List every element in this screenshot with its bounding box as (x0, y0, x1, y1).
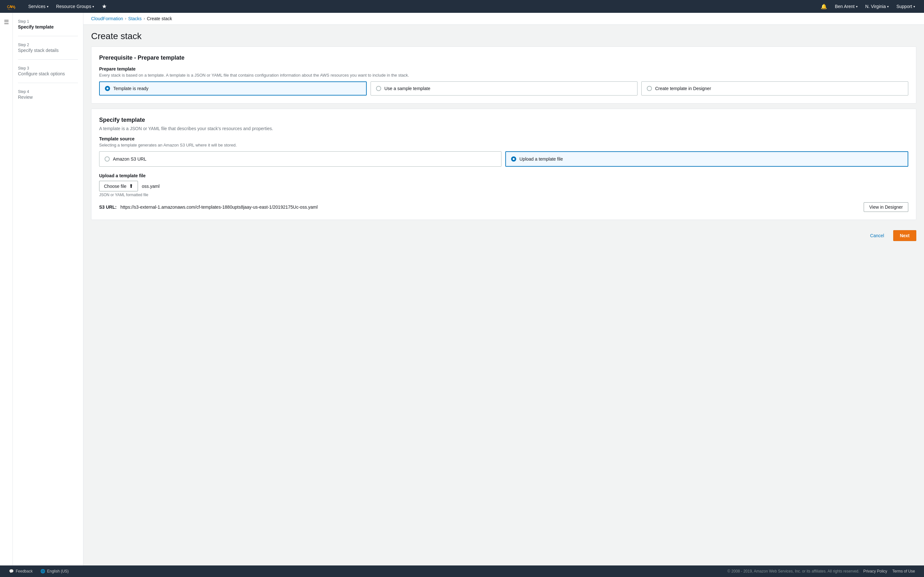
s3-url-prefix: S3 URL: (99, 205, 116, 210)
designer-template-label: Create template in Designer (655, 86, 711, 91)
upload-section: Upload a template file Choose file ⬆ oss… (99, 173, 908, 197)
page-title: Create stack (91, 31, 916, 41)
language-selector[interactable]: 🌐 English (US) (37, 566, 73, 577)
privacy-policy-link[interactable]: Privacy Policy (863, 569, 887, 574)
upload-file-radio[interactable] (511, 156, 516, 161)
steps-sidebar: Step 1 Specify template Step 2 Specify s… (13, 13, 83, 566)
file-format-hint: JSON or YAML formatted file (99, 193, 908, 197)
template-source-title: Template source (99, 136, 908, 141)
choose-file-button[interactable]: Choose file ⬆ (99, 181, 138, 191)
resource-groups-menu[interactable]: Resource Groups ▾ (52, 0, 98, 13)
prerequisite-title: Prerequisite - Prepare template (99, 55, 908, 61)
sidebar-toggle-button[interactable]: ☰ (2, 17, 11, 27)
template-ready-option[interactable]: Template is ready (99, 81, 367, 95)
step-4-name: Review (18, 95, 78, 100)
breadcrumb-stacks[interactable]: Stacks (128, 16, 142, 21)
breadcrumb-sep-1: › (125, 16, 126, 21)
step-2-name: Specify stack details (18, 48, 78, 53)
services-menu[interactable]: Services ▾ (24, 0, 52, 13)
terms-of-use-link[interactable]: Terms of Use (892, 569, 915, 574)
copyright-text: © 2008 - 2019, Amazon Web Services, Inc.… (724, 569, 863, 574)
breadcrumb: CloudFormation › Stacks › Create stack (83, 13, 924, 25)
breadcrumb-sep-2: › (144, 16, 145, 21)
template-source-desc: Selecting a template generates an Amazon… (99, 143, 908, 147)
user-chevron-icon: ▾ (856, 5, 858, 8)
bottom-bar: 💬 Feedback 🌐 English (US) © 2008 - 2019,… (0, 566, 924, 577)
upload-icon: ⬆ (129, 183, 133, 189)
prepare-template-options: Template is ready Use a sample template … (99, 81, 908, 95)
region-menu[interactable]: N. Virginia ▾ (861, 0, 893, 13)
support-chevron-icon: ▾ (913, 5, 915, 8)
upload-title: Upload a template file (99, 173, 908, 178)
step-4-label: Step 4 (18, 89, 78, 94)
sample-template-radio[interactable] (376, 86, 381, 91)
s3-url-option[interactable]: Amazon S3 URL (99, 151, 501, 167)
bottom-links: Privacy Policy Terms of Use (863, 569, 919, 574)
s3-url-row: S3 URL: https://s3-external-1.amazonaws.… (99, 202, 908, 212)
sample-template-label: Use a sample template (384, 86, 430, 91)
step-3-item: Step 3 Configure stack options (18, 66, 78, 83)
footer-actions: Cancel Next (83, 225, 924, 246)
prepare-template-title: Prepare template (99, 66, 908, 71)
template-ready-label: Template is ready (113, 86, 149, 91)
specify-template-desc: A template is a JSON or YAML file that d… (99, 126, 908, 131)
feedback-button[interactable]: 💬 Feedback (5, 566, 37, 577)
bookmarks-icon[interactable]: ★ (98, 0, 111, 13)
feedback-label: Feedback (16, 569, 33, 574)
step-4-item: Step 4 Review (18, 89, 78, 106)
cancel-button[interactable]: Cancel (865, 230, 889, 241)
s3-url-display: S3 URL: https://s3-external-1.amazonaws.… (99, 205, 318, 210)
template-source-options: Amazon S3 URL Upload a template file (99, 151, 908, 167)
prerequisite-card: Prerequisite - Prepare template Prepare … (91, 47, 916, 103)
language-label: English (US) (47, 569, 69, 574)
step-1-item: Step 1 Specify template (18, 19, 78, 36)
step-2-label: Step 2 (18, 43, 78, 47)
step-1-label: Step 1 (18, 19, 78, 24)
user-menu[interactable]: Ben Arent ▾ (831, 0, 861, 13)
s3-url-radio[interactable] (105, 156, 110, 161)
upload-row: Choose file ⬆ oss.yaml (99, 181, 908, 191)
upload-file-label: Upload a template file (519, 156, 563, 161)
resource-groups-chevron-icon: ▾ (92, 5, 94, 8)
breadcrumb-current: Create stack (147, 16, 172, 21)
globe-icon: 🌐 (40, 569, 45, 574)
specify-template-card: Specify template A template is a JSON or… (91, 109, 916, 220)
s3-url-value: https://s3-external-1.amazonaws.com/cf-t… (120, 205, 318, 210)
choose-file-label: Choose file (104, 184, 126, 189)
s3-url-label: Amazon S3 URL (113, 156, 146, 161)
aws-logo[interactable] (5, 3, 18, 10)
next-button[interactable]: Next (893, 230, 916, 241)
upload-file-option[interactable]: Upload a template file (505, 151, 908, 167)
sidebar-toggle-bar: ☰ (0, 13, 13, 566)
sample-template-option[interactable]: Use a sample template (371, 81, 638, 95)
step-3-name: Configure stack options (18, 71, 78, 76)
prepare-template-desc: Every stack is based on a template. A te… (99, 73, 908, 77)
support-menu[interactable]: Support ▾ (893, 0, 919, 13)
notifications-icon[interactable]: 🔔 (817, 0, 831, 13)
top-navigation: Services ▾ Resource Groups ▾ ★ 🔔 Ben Are… (0, 0, 924, 13)
breadcrumb-cloudformation[interactable]: CloudFormation (91, 16, 123, 21)
designer-template-radio[interactable] (647, 86, 652, 91)
services-chevron-icon: ▾ (47, 5, 48, 8)
template-ready-radio[interactable] (105, 86, 110, 91)
step-1-name: Specify template (18, 24, 78, 29)
specify-template-title: Specify template (99, 117, 908, 123)
step-3-label: Step 3 (18, 66, 78, 71)
region-chevron-icon: ▾ (887, 5, 889, 8)
view-in-designer-button[interactable]: View in Designer (864, 202, 908, 212)
chat-icon: 💬 (9, 569, 14, 574)
selected-file-name: oss.yaml (142, 184, 160, 189)
page-header: Create stack (83, 25, 924, 47)
designer-template-option[interactable]: Create template in Designer (641, 81, 908, 95)
step-2-item: Step 2 Specify stack details (18, 43, 78, 60)
